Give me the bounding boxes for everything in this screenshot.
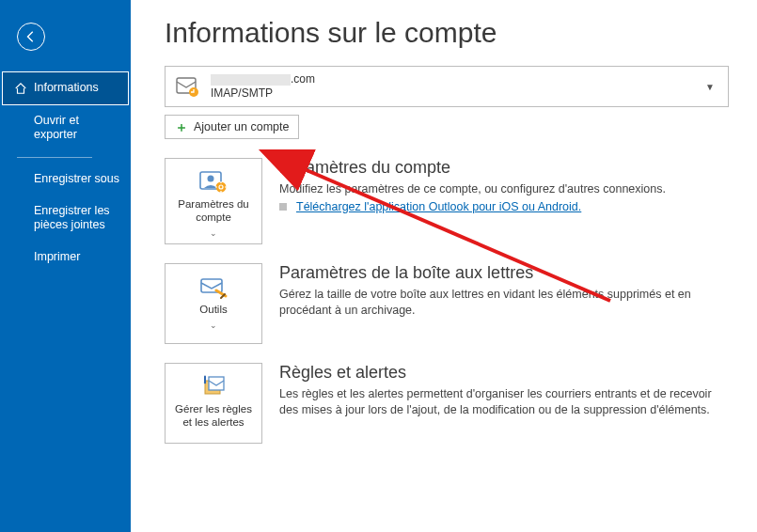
bullet-icon bbox=[279, 203, 287, 211]
svg-rect-8 bbox=[209, 377, 224, 390]
svg-point-3 bbox=[208, 176, 214, 182]
section-desc: Les règles et les alertes permettent d'o… bbox=[279, 386, 729, 418]
download-app-link[interactable]: Téléchargez l'application Outlook pour i… bbox=[296, 200, 581, 213]
account-icon bbox=[175, 74, 201, 99]
section-desc: Gérez la taille de votre boîte aux lettr… bbox=[279, 287, 729, 319]
nav-open-export[interactable]: Ouvrir et exporter bbox=[0, 105, 131, 151]
nav-save-as[interactable]: Enregistrer sous bbox=[0, 164, 131, 196]
nav-label: Informations bbox=[34, 81, 99, 96]
section-desc: Modifiez les paramètres de ce compte, ou… bbox=[279, 181, 729, 197]
section-title: Règles et alertes bbox=[279, 363, 729, 383]
account-email-redacted bbox=[211, 74, 291, 86]
section-account-settings: Paramètres du compte ⌄ Paramètres du com… bbox=[165, 158, 729, 244]
account-settings-icon bbox=[197, 168, 229, 195]
add-account-button[interactable]: ＋ Ajouter un compte bbox=[165, 115, 299, 139]
chevron-down-icon: ▼ bbox=[705, 82, 718, 92]
nav-informations[interactable]: Informations bbox=[2, 71, 129, 105]
account-selector[interactable]: .com IMAP/SMTP ▼ bbox=[165, 66, 729, 107]
back-button[interactable] bbox=[17, 23, 45, 51]
tile-tools[interactable]: Outils ⌄ bbox=[165, 263, 262, 344]
account-email-suffix: .com bbox=[291, 72, 315, 86]
main-content: Informations sur le compte .com IMAP/SMT… bbox=[131, 0, 757, 532]
tile-account-settings[interactable]: Paramètres du compte ⌄ bbox=[165, 158, 262, 244]
tile-label: Gérer les règles et les alertes bbox=[171, 403, 256, 430]
nav-label: Ouvrir et exporter bbox=[34, 114, 119, 143]
section-rules-alerts: Gérer les règles et les alertes Règles e… bbox=[165, 363, 729, 444]
account-text: .com IMAP/SMTP bbox=[211, 72, 315, 101]
tile-rules-alerts[interactable]: Gérer les règles et les alertes bbox=[165, 363, 262, 444]
account-protocol: IMAP/SMTP bbox=[211, 86, 315, 101]
svg-point-9 bbox=[204, 382, 206, 383]
add-account-label: Ajouter un compte bbox=[194, 120, 289, 133]
chevron-down-icon: ⌄ bbox=[210, 321, 217, 331]
nav-label: Enregistrer sous bbox=[34, 172, 119, 187]
sidebar: Informations Ouvrir et exporter Enregist… bbox=[0, 0, 131, 532]
tile-label: Outils bbox=[199, 304, 227, 317]
nav-divider bbox=[17, 157, 92, 158]
svg-point-4 bbox=[216, 182, 227, 193]
section-title: Paramètres du compte bbox=[279, 158, 729, 178]
tools-icon bbox=[197, 274, 229, 300]
rules-alerts-icon bbox=[197, 373, 229, 399]
tile-label: Paramètres du compte bbox=[171, 198, 256, 225]
section-mailbox-settings: Outils ⌄ Paramètres de la boîte aux lett… bbox=[165, 263, 729, 344]
nav-save-attachments[interactable]: Enregistrer les pièces jointes bbox=[0, 196, 131, 242]
home-icon bbox=[14, 82, 27, 95]
page-title: Informations sur le compte bbox=[165, 17, 729, 49]
nav-label: Imprimer bbox=[34, 250, 80, 265]
section-title: Paramètres de la boîte aux lettres bbox=[279, 263, 729, 283]
arrow-left-icon bbox=[24, 30, 38, 43]
chevron-down-icon: ⌄ bbox=[210, 228, 217, 239]
nav-label: Enregistrer les pièces jointes bbox=[34, 204, 119, 233]
nav-print[interactable]: Imprimer bbox=[0, 242, 131, 274]
